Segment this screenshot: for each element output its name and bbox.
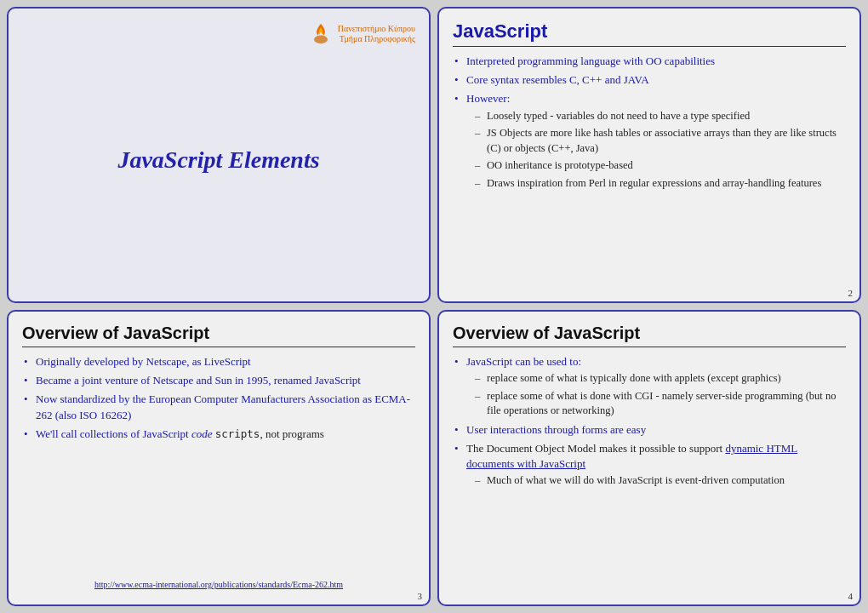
slide-1: Πανεπιστήμιο Κύπρου Τμήμα Πληροφορικής J… — [7, 7, 431, 303]
dom-subitems: Much of what we will do with JavaScript … — [466, 473, 846, 489]
bullet-netscape: Originally developed by Netscape, as Liv… — [22, 354, 415, 370]
slide-title-area: JavaScript Elements — [117, 48, 319, 272]
sub-applets: replace some of what is typically done w… — [475, 371, 846, 387]
used-to-subitems: replace some of what is typically done w… — [466, 371, 846, 419]
bullet-can-be-used: JavaScript can be used to: replace some … — [453, 354, 846, 419]
slide-4: Overview of JavaScript JavaScript can be… — [437, 310, 861, 606]
slide-3-number: 3 — [418, 591, 423, 601]
slide-1-main-title: JavaScript Elements — [117, 146, 319, 174]
sub-perl-inspiration: Draws inspiration from Perl in regular e… — [475, 176, 846, 192]
however-subitems: Loosely typed - variables do not need to… — [466, 109, 846, 192]
slide-2-bullets: Interpreted programming language with OO… — [453, 54, 846, 191]
sub-oo-inheritance: OO inheritance is prototype-based — [475, 158, 846, 174]
slide-2-title: JavaScript — [453, 20, 846, 47]
sub-cgi: replace some of what is done with CGI - … — [475, 389, 846, 419]
slide-2: JavaScript Interpreted programming langu… — [437, 7, 861, 303]
bullet-interpreted: Interpreted programming language with OO… — [453, 54, 846, 69]
sub-loosely-typed: Loosely typed - variables do not need to… — [475, 109, 846, 124]
svg-point-0 — [314, 36, 328, 44]
slide-3-title: Overview of JavaScript — [22, 324, 415, 347]
university-logo-icon — [307, 20, 334, 48]
slide-3: Overview of JavaScript Originally develo… — [7, 310, 431, 606]
sub-js-objects: JS Objects are more like hash tables or … — [475, 126, 846, 156]
bullet-ecma: Now standardized by the European Compute… — [22, 392, 415, 422]
bullet-dom: The Document Object Model makes it possi… — [453, 441, 846, 489]
bullet-joint-venture: Became a joint venture of Netscape and S… — [22, 373, 415, 388]
logo-area: Πανεπιστήμιο Κύπρου Τμήμα Πληροφορικής — [307, 20, 415, 48]
ecma-link[interactable]: http://www.ecma-international.org/public… — [9, 580, 429, 589]
logo-text: Πανεπιστήμιο Κύπρου Τμήμα Πληροφορικής — [338, 24, 415, 44]
bullet-however: However: Loosely typed - variables do no… — [453, 91, 846, 191]
bullet-syntax: Core syntax resembles C, C++ and JAVA — [453, 72, 846, 88]
slide-4-bullets: JavaScript can be used to: replace some … — [453, 354, 846, 489]
slide-3-bullets: Originally developed by Netscape, as Liv… — [22, 354, 415, 442]
sub-event-driven: Much of what we will do with JavaScript … — [475, 473, 846, 489]
slide-4-title: Overview of JavaScript — [453, 324, 846, 347]
slide-2-number: 2 — [848, 288, 854, 298]
slide-4-number: 4 — [848, 591, 854, 601]
bullet-scripts: We'll call collections of JavaScript cod… — [22, 427, 415, 442]
bullet-user-interactions: User interactions through forms are easy — [453, 422, 846, 438]
